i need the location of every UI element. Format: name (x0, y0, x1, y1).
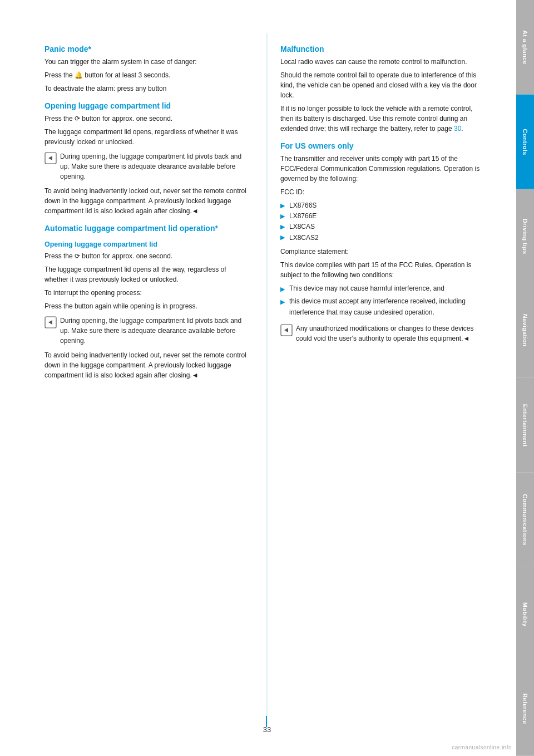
condition2-item: ▶ this device must accept any interferen… (280, 296, 483, 317)
panic-mode-heading: Panic mode* (44, 45, 247, 53)
panic-mode-section: Panic mode* You can trigger the alarm sy… (44, 45, 247, 94)
note-icon-2 (44, 316, 57, 328)
fcc-arrow-1: ▶ (280, 201, 285, 211)
svg-marker-1 (48, 156, 52, 160)
center-divider (266, 33, 268, 717)
opening-lid-note1: During opening, the luggage compartment … (44, 151, 247, 181)
malfunction-text3: If it is no longer possible to lock the … (280, 104, 483, 134)
sidebar-tab-driving-tips[interactable]: Driving tips (516, 189, 534, 284)
opening-lid-text1: Press the ⟳ button for approx. one secon… (44, 114, 247, 124)
page-number: 33 (263, 725, 271, 734)
fcc-id-item-1: ▶ LX8766S (280, 200, 483, 211)
compliance-text: This device complies with part 15 of the… (280, 260, 483, 280)
fcc-arrow-4: ▶ (280, 233, 285, 243)
fcc-id-item-2: ▶ LX8766E (280, 211, 483, 222)
opening-lid-section: Opening luggage compartment lid Press th… (44, 101, 247, 216)
auto-lid-text3: To interrupt the opening process: (44, 288, 247, 298)
sidebar-tab-controls[interactable]: Controls (516, 95, 534, 189)
auto-lid-note1: During opening, the luggage compartment … (44, 316, 247, 346)
sidebar-tab-mobility[interactable]: Mobility (516, 567, 534, 662)
note-icon-3 (280, 324, 293, 336)
panic-mode-text3: To deactivate the alarm: press any butto… (44, 84, 247, 94)
fcc-id-item-4: ▶ LX8CAS2 (280, 233, 483, 243)
sidebar-tab-driving-tips-label: Driving tips (522, 219, 528, 254)
svg-marker-5 (284, 328, 288, 332)
fcc-id-2: LX8766E (289, 211, 317, 222)
note-icon-1 (44, 152, 57, 164)
fcc-arrow-3: ▶ (280, 222, 285, 232)
fcc-id-4: LX8CAS2 (289, 233, 319, 243)
condition1-item: ▶ This device may not cause harmful inte… (280, 283, 483, 294)
sidebar-tab-entertainment-label: Entertainment (522, 404, 528, 446)
sidebar-tab-navigation[interactable]: Navigation (516, 283, 534, 378)
watermark: carmanualsonline.info (452, 744, 512, 750)
page-marker (266, 716, 267, 727)
us-owners-section: For US owners only The transmitter and r… (280, 141, 483, 343)
fcc-id-list: ▶ LX8766S ▶ LX8766E ▶ LX8CAS ▶ LX8CAS2 (280, 200, 483, 243)
malfunction-text2: Should the remote control fail to operat… (280, 70, 483, 100)
page-link-30[interactable]: 30 (454, 125, 461, 132)
fcc-id-label: FCC ID: (280, 187, 483, 197)
condition1-arrow: ▶ (280, 284, 285, 294)
sidebar-tab-reference[interactable]: Reference (516, 661, 534, 756)
us-note1: Any unauthorized modifications or change… (280, 323, 483, 343)
fcc-arrow-2: ▶ (280, 212, 285, 222)
auto-lid-text4: Press the button again while opening is … (44, 301, 247, 311)
fcc-id-1: LX8766S (289, 200, 317, 211)
sidebar-tab-communications-label: Communications (522, 494, 528, 546)
svg-marker-3 (48, 320, 52, 325)
sidebar-tab-mobility-label: Mobility (522, 602, 528, 627)
sidebar-tab-at-a-glance-label: At a glance (522, 30, 528, 65)
opening-lid-heading: Opening luggage compartment lid (44, 101, 247, 110)
malfunction-section: Malfunction Local radio waves can cause … (280, 45, 483, 134)
us-note1-text: Any unauthorized modifications or change… (296, 323, 483, 343)
auto-lid-sub-heading: Opening luggage compartment lid (44, 240, 247, 248)
opening-lid-text3: To avoid being inadvertently locked out,… (44, 186, 247, 216)
sidebar-tab-controls-label: Controls (522, 129, 528, 155)
condition1-text: This device may not cause harmful interf… (289, 283, 444, 294)
sidebar-tab-communications[interactable]: Communications (516, 473, 534, 567)
sidebar-tab-entertainment[interactable]: Entertainment (516, 378, 534, 473)
panic-mode-text1: You can trigger the alarm system in case… (44, 57, 247, 67)
auto-lid-note1-text: During opening, the luggage compartment … (60, 316, 247, 346)
auto-lid-text1: Press the ⟳ button for approx. one secon… (44, 251, 247, 261)
fcc-id-3: LX8CAS (289, 222, 315, 232)
right-column: Malfunction Local radio waves can cause … (275, 45, 483, 723)
us-owners-heading: For US owners only (280, 141, 483, 150)
sidebar-tab-navigation-label: Navigation (522, 315, 528, 347)
page-container: Panic mode* You can trigger the alarm sy… (0, 0, 534, 756)
compliance-label: Compliance statement: (280, 247, 483, 257)
sidebar: At a glance Controls Driving tips Naviga… (516, 0, 534, 756)
sidebar-tab-reference-label: Reference (522, 693, 528, 724)
left-column: Panic mode* You can trigger the alarm sy… (44, 45, 253, 723)
fcc-id-item-3: ▶ LX8CAS (280, 222, 483, 232)
malfunction-text1: Local radio waves can cause the remote c… (280, 57, 483, 67)
auto-lid-text2: The luggage compartment lid opens all th… (44, 264, 247, 284)
condition2-text: this device must accept any interference… (289, 296, 483, 317)
malfunction-heading: Malfunction (280, 45, 483, 53)
panic-mode-text2: Press the 🔔 button for at least 3 second… (44, 70, 247, 80)
us-owners-text1: The transmitter and receiver units compl… (280, 154, 483, 184)
auto-lid-section: Automatic luggage compartment lid operat… (44, 224, 247, 380)
opening-lid-note1-text: During opening, the luggage compartment … (60, 151, 247, 181)
auto-lid-text5: To avoid being inadvertently locked out,… (44, 350, 247, 380)
auto-lid-heading: Automatic luggage compartment lid operat… (44, 224, 247, 233)
opening-lid-text2: The luggage compartment lid opens, regar… (44, 127, 247, 147)
condition2-arrow: ▶ (280, 297, 285, 307)
sidebar-tab-at-a-glance[interactable]: At a glance (516, 0, 534, 95)
main-content: Panic mode* You can trigger the alarm sy… (0, 0, 516, 756)
